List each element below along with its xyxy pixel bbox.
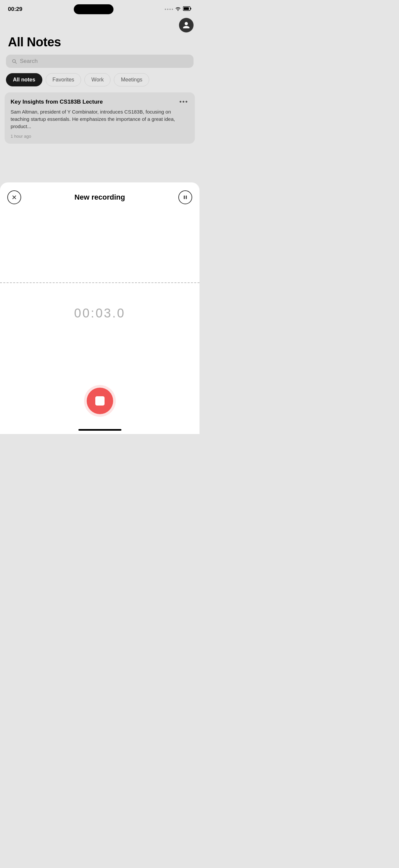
dynamic-island: [74, 4, 113, 14]
recording-timer: 00:03.0: [74, 306, 125, 320]
notes-area: Key Insights from CS183B Lecture ••• Sam…: [0, 92, 199, 144]
stop-button-container: [87, 388, 113, 434]
svg-rect-1: [190, 8, 191, 9]
stop-recording-button[interactable]: [87, 388, 113, 414]
waveform-area: 00:03.0: [0, 212, 199, 388]
tab-meetings[interactable]: Meetings: [114, 73, 149, 86]
tab-all-notes[interactable]: All notes: [6, 73, 42, 86]
note-preview: Sam Altman, president of Y Combinator, i…: [10, 108, 189, 130]
avatar[interactable]: [179, 18, 194, 32]
pause-recording-button[interactable]: [178, 190, 192, 204]
search-placeholder: Search: [20, 58, 38, 65]
recording-panel: New recording 00:03.0: [0, 182, 199, 434]
recording-title: New recording: [74, 193, 125, 202]
battery-icon: [183, 6, 192, 12]
svg-rect-2: [184, 7, 189, 10]
close-recording-button[interactable]: [7, 190, 21, 204]
note-time: 1 hour ago: [10, 134, 31, 139]
note-header: Key Insights from CS183B Lecture •••: [10, 98, 189, 105]
signal-icon: [165, 9, 173, 10]
note-title: Key Insights from CS183B Lecture: [10, 98, 179, 105]
wifi-icon: [175, 6, 181, 12]
close-icon: [11, 194, 17, 200]
status-bar: 00:29: [0, 0, 199, 17]
tab-work[interactable]: Work: [85, 73, 110, 86]
note-card[interactable]: Key Insights from CS183B Lecture ••• Sam…: [5, 92, 195, 144]
tab-favorites[interactable]: Favorites: [46, 73, 81, 86]
waveform-line: [0, 282, 199, 283]
profile-area: [0, 17, 199, 32]
svg-rect-5: [184, 196, 185, 199]
more-options-button[interactable]: •••: [179, 98, 189, 105]
home-indicator: [78, 429, 122, 431]
recording-header: New recording: [0, 190, 199, 204]
status-time: 00:29: [8, 6, 22, 12]
search-container: Search: [0, 55, 199, 73]
filter-tabs: All notes Favorites Work Meetings: [0, 73, 199, 92]
page-title: All Notes: [8, 35, 192, 49]
svg-rect-6: [186, 196, 187, 199]
search-bar[interactable]: Search: [6, 55, 194, 68]
page-header: All Notes: [0, 32, 199, 55]
search-icon: [11, 58, 17, 64]
stop-icon: [95, 396, 104, 406]
status-icons: [165, 6, 192, 12]
pause-icon: [182, 194, 188, 200]
